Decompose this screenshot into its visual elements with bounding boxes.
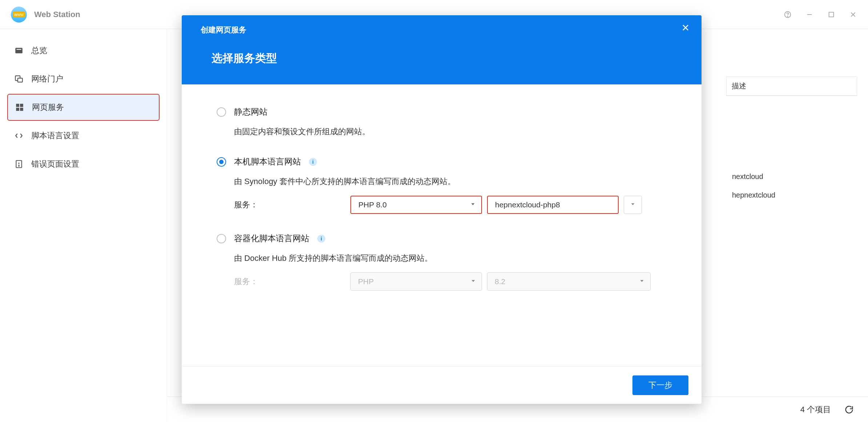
table-row[interactable]: hepnextcloud [726, 186, 857, 204]
select-container-runtime: PHP [350, 272, 482, 291]
app-title: Web Station [34, 10, 80, 19]
sidebar-item-overview[interactable]: 总览 [7, 37, 160, 64]
table-row[interactable]: nextcloud [726, 167, 857, 186]
service-label: 服务： [234, 199, 342, 210]
select-profile-dropdown[interactable] [624, 196, 642, 214]
select-runtime[interactable]: PHP 8.0 [350, 196, 482, 214]
error-page-icon [14, 159, 24, 169]
option-description: 由固定内容和预设文件所组成的网站。 [234, 126, 667, 137]
select-container-version: 8.2 [487, 272, 651, 291]
svg-rect-11 [20, 104, 23, 107]
chevron-down-icon [470, 277, 477, 286]
sidebar-item-portal[interactable]: 网络门户 [7, 65, 160, 92]
sidebar-item-label: 网络门户 [31, 73, 63, 84]
sidebar: 总览 网络门户 网页服务 脚本语言设置 [0, 29, 167, 422]
option-label: 容器化脚本语言网站 [234, 233, 309, 244]
chevron-down-icon [639, 277, 645, 286]
app-logo: www [11, 7, 27, 23]
svg-marker-19 [471, 203, 475, 205]
sidebar-item-error-page[interactable]: 错误页面设置 [7, 151, 160, 178]
option-container-script: 容器化脚本语言网站 i 由 Docker Hub 所支持的脚本语言编写而成的动态… [217, 233, 667, 291]
script-icon [14, 131, 24, 140]
option-static: 静态网站 由固定内容和预设文件所组成的网站。 [217, 106, 667, 137]
portal-icon [14, 74, 24, 84]
svg-rect-7 [17, 49, 21, 50]
modal-header: 创建网页服务 选择服务类型 [182, 15, 702, 84]
table-rows: nextcloud hepnextcloud [726, 167, 857, 204]
svg-marker-21 [472, 280, 475, 282]
select-value: 8.2 [495, 277, 505, 286]
svg-marker-20 [631, 203, 635, 205]
sidebar-item-label: 脚本语言设置 [31, 130, 79, 141]
modal-body: 静态网站 由固定内容和预设文件所组成的网站。 本机脚本语言网站 i 由 Syno… [182, 84, 702, 366]
radio-static[interactable] [217, 107, 226, 117]
option-native-script: 本机脚本语言网站 i 由 Synology 套件中心所支持的脚本语言编写而成的动… [217, 156, 667, 214]
svg-rect-9 [18, 78, 23, 82]
sidebar-item-script-settings[interactable]: 脚本语言设置 [7, 122, 160, 149]
radio-native-script[interactable] [217, 157, 226, 167]
info-icon[interactable]: i [309, 158, 317, 166]
table-header-description[interactable]: 描述 [726, 76, 857, 96]
sidebar-item-web-services[interactable]: 网页服务 [7, 94, 160, 121]
option-label: 静态网站 [234, 106, 268, 118]
svg-rect-10 [16, 104, 19, 107]
svg-point-1 [787, 16, 788, 16]
chevron-down-icon [630, 200, 636, 209]
window-controls [784, 11, 857, 19]
svg-rect-13 [20, 108, 23, 111]
sidebar-item-label: 错误页面设置 [31, 159, 79, 170]
modal-breadcrumb: 创建网页服务 [201, 25, 683, 35]
close-window-icon[interactable] [849, 11, 857, 19]
svg-rect-12 [16, 108, 19, 111]
svg-marker-22 [640, 280, 644, 282]
sidebar-item-label: 总览 [31, 45, 47, 56]
sidebar-item-label: 网页服务 [32, 102, 64, 113]
radio-container-script[interactable] [217, 234, 226, 243]
overview-icon [14, 46, 24, 55]
svg-rect-6 [15, 48, 23, 53]
reload-button[interactable] [844, 405, 854, 415]
select-profile[interactable]: hepnextcloud-php8 [487, 196, 619, 214]
create-web-service-modal: 创建网页服务 选择服务类型 静态网站 由固定内容和预设文件所组成的网站。 本机脚… [182, 15, 702, 404]
service-label: 服务： [234, 276, 342, 287]
option-label: 本机脚本语言网站 [234, 156, 301, 167]
status-item-count: 4 个项目 [800, 404, 831, 415]
svg-rect-3 [829, 12, 834, 17]
table-header-row: 描述 [726, 76, 857, 96]
option-description: 由 Docker Hub 所支持的脚本语言编写而成的动态网站。 [234, 253, 667, 264]
modal-close-button[interactable] [681, 23, 690, 33]
maximize-icon[interactable] [827, 11, 835, 19]
option-description: 由 Synology 套件中心所支持的脚本语言编写而成的动态网站。 [234, 176, 667, 187]
svg-point-16 [19, 166, 19, 166]
select-value: PHP 8.0 [358, 200, 387, 209]
modal-footer: 下一步 [182, 366, 702, 404]
info-icon[interactable]: i [317, 235, 325, 243]
web-services-icon [15, 103, 25, 112]
help-icon[interactable] [784, 11, 792, 19]
modal-title: 选择服务类型 [212, 51, 683, 66]
next-button[interactable]: 下一步 [632, 375, 688, 395]
select-value: hepnextcloud-php8 [495, 200, 560, 209]
minimize-icon[interactable] [805, 11, 813, 19]
chevron-down-icon [470, 200, 476, 209]
select-value: PHP [358, 277, 374, 286]
